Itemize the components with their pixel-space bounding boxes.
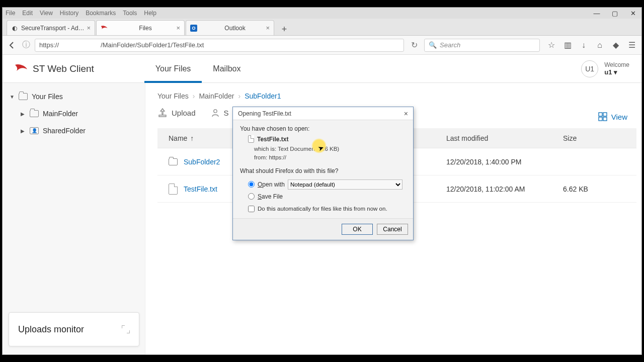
url-bar[interactable]: https:// /MainFolder/SubFolder1/TestFile… <box>35 39 404 52</box>
upload-button[interactable]: Upload <box>157 108 196 117</box>
caret-down-icon: ▼ <box>10 94 15 100</box>
tab-close-icon[interactable]: × <box>87 24 91 32</box>
app-swoosh-icon <box>101 25 108 32</box>
dialog-titlebar: Opening TestFile.txt × <box>233 107 413 120</box>
remember-checkbox[interactable] <box>248 206 255 212</box>
library-icon[interactable]: ▥ <box>562 40 573 51</box>
breadcrumb-item[interactable]: MainFolder <box>199 92 234 100</box>
folder-icon <box>30 110 39 117</box>
tree-item-label: SharedFolder <box>43 127 86 135</box>
ok-button[interactable]: OK <box>342 224 373 235</box>
welcome-label: Welcome <box>604 61 629 68</box>
breadcrumb-item[interactable]: Your Files <box>157 92 189 100</box>
open-with-label: Open with <box>258 181 285 188</box>
identity-icon[interactable]: ⓘ <box>21 40 32 51</box>
tab-close-icon[interactable]: × <box>266 24 270 32</box>
tree-item-mainfolder[interactable]: ▶ MainFolder <box>3 105 145 122</box>
pocket-icon[interactable]: ◆ <box>610 40 621 51</box>
svg-rect-1 <box>599 113 602 116</box>
tree-item-sharedfolder[interactable]: ▶ 👤 SharedFolder <box>3 122 145 139</box>
tree-root[interactable]: ▼ Your Files <box>3 88 145 105</box>
browser-tab-2[interactable]: Files × <box>96 20 185 35</box>
window-minimize-icon[interactable]: — <box>591 10 602 17</box>
browser-search[interactable]: 🔍 Search <box>424 39 540 52</box>
browser-tab-1[interactable]: ◐ SecureTransport - Administrati × <box>7 20 95 35</box>
menu-help[interactable]: Help <box>144 10 156 17</box>
tree-root-label: Your Files <box>32 93 63 101</box>
expand-icon[interactable] <box>122 325 130 333</box>
hamburger-menu-icon[interactable]: ☰ <box>626 40 637 51</box>
menu-bookmarks[interactable]: Bookmarks <box>86 10 116 17</box>
downloads-icon[interactable]: ↓ <box>578 40 589 51</box>
dialog-title: Opening TestFile.txt <box>238 110 291 117</box>
open-file-dialog: Opening TestFile.txt × You have chosen t… <box>232 107 414 240</box>
top-nav: Your Files Mailbox <box>144 55 252 82</box>
tab-close-icon[interactable]: × <box>176 24 180 32</box>
dialog-chosen-label: You have chosen to open: <box>240 125 406 132</box>
folder-icon <box>169 158 178 165</box>
row-modified: 12/20/2018, 11:02:00 AM <box>446 185 563 193</box>
caret-right-icon: ▶ <box>21 128 26 134</box>
dialog-which-is: which is: Text Document (6.6 KB) <box>254 145 406 153</box>
upload-label: Upload <box>172 109 196 117</box>
home-icon[interactable]: ⌂ <box>594 40 605 51</box>
reload-button[interactable]: ↻ <box>407 40 421 51</box>
window-close-icon[interactable]: ✕ <box>627 10 638 17</box>
chevron-right-icon: › <box>193 92 195 100</box>
uploads-monitor-panel[interactable]: Uploads monitor <box>9 312 139 346</box>
nav-mailbox[interactable]: Mailbox <box>202 55 252 82</box>
brand: ST Web Client <box>15 63 94 74</box>
svg-rect-4 <box>603 117 607 121</box>
svg-rect-3 <box>599 117 602 121</box>
menu-history[interactable]: History <box>60 10 78 17</box>
menu-tools[interactable]: Tools <box>123 10 137 17</box>
svg-point-0 <box>213 110 216 113</box>
cancel-button[interactable]: Cancel <box>377 224 408 235</box>
remember-label: Do this automatically for files like thi… <box>258 206 387 212</box>
share-button[interactable]: S <box>211 108 229 117</box>
menu-edit[interactable]: Edit <box>22 10 33 17</box>
view-toggle[interactable]: View <box>598 112 627 121</box>
brand-swoosh-icon <box>15 64 28 74</box>
search-placeholder: Search <box>440 41 460 49</box>
upload-icon <box>157 108 168 117</box>
dialog-close-icon[interactable]: × <box>404 110 408 118</box>
new-tab-button[interactable]: + <box>278 23 290 35</box>
shared-folder-icon: 👤 <box>30 127 39 134</box>
nav-your-files[interactable]: Your Files <box>144 55 202 82</box>
open-with-select[interactable]: Notepad (default) <box>288 179 403 190</box>
caret-right-icon: ▶ <box>21 111 26 117</box>
user-box: U1 Welcome u1 ▾ <box>581 60 629 77</box>
col-modified-header[interactable]: Last modified <box>446 134 563 142</box>
share-label: S <box>224 109 229 117</box>
dialog-filename: TestFile.txt <box>257 136 288 143</box>
file-icon <box>169 184 178 195</box>
save-file-radio[interactable] <box>248 193 255 200</box>
open-with-radio[interactable] <box>248 181 255 188</box>
url-text: https:// /MainFolder/SubFolder1/TestFile… <box>39 41 204 49</box>
avatar[interactable]: U1 <box>581 60 598 77</box>
breadcrumb: Your Files › MainFolder › SubFolder1 <box>157 92 641 100</box>
window-maximize-icon[interactable]: ▢ <box>609 10 620 17</box>
row-name: TestFile.txt <box>184 185 217 193</box>
save-file-label: Save File <box>258 193 283 200</box>
chevron-right-icon: › <box>238 92 240 100</box>
col-size-header[interactable]: Size <box>563 134 636 142</box>
browser-tabstrip: ◐ SecureTransport - Administrati × Files… <box>3 19 641 36</box>
welcome-block[interactable]: Welcome u1 ▾ <box>604 61 629 76</box>
folder-icon <box>19 93 28 100</box>
globe-icon: ◐ <box>11 25 18 32</box>
menu-file[interactable]: File <box>6 10 15 17</box>
back-button[interactable] <box>7 40 18 51</box>
search-icon: 🔍 <box>429 41 437 49</box>
grid-icon <box>598 112 607 121</box>
uploads-monitor-label: Uploads monitor <box>18 324 84 335</box>
row-name: SubFolder2 <box>184 158 220 166</box>
bookmark-star-icon[interactable]: ☆ <box>546 40 557 51</box>
svg-rect-2 <box>603 113 607 116</box>
row-size: 6.62 KB <box>563 185 636 193</box>
menu-view[interactable]: View <box>40 10 53 17</box>
browser-tab-3[interactable]: O Outlook × <box>186 20 274 35</box>
tree-item-label: MainFolder <box>43 110 78 118</box>
outlook-icon: O <box>190 25 197 32</box>
